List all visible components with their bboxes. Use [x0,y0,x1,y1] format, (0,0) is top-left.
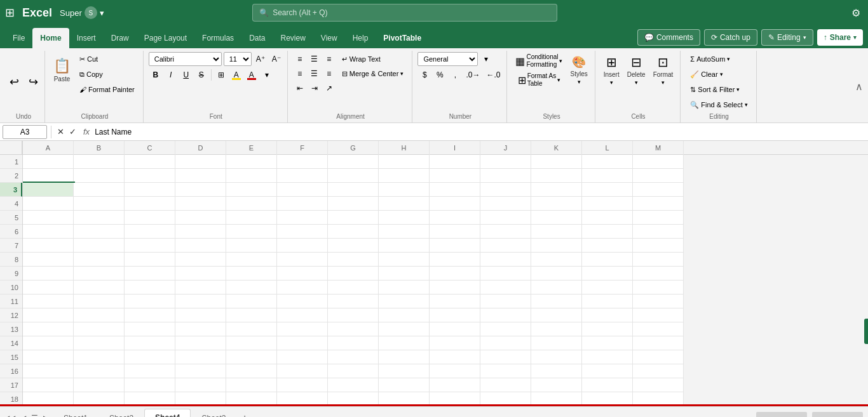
ribbon-collapse-button[interactable]: ∧ [853,51,865,122]
tab-draw[interactable]: Draw [104,28,137,48]
cell-g3[interactable] [328,183,379,197]
tab-view[interactable]: View [313,28,345,48]
decrease-decimal-button[interactable]: ←.0 [484,68,503,82]
nav-first-sheet-button[interactable]: ◀◀ [3,413,17,418]
cell-b1[interactable] [74,155,125,169]
tab-review[interactable]: Review [273,28,313,48]
catchup-button[interactable]: ⟳ Catch up [704,29,757,46]
tab-insert[interactable]: Insert [69,28,104,48]
row-7[interactable]: 7 [0,239,22,253]
tab-file[interactable]: File [5,28,32,48]
conditional-formatting-button[interactable]: ▦ ConditionalFormatting ▾ [512,52,566,70]
bold-button[interactable]: B [149,68,163,82]
align-middle-right-button[interactable]: ≡ [322,67,336,81]
cell-d2[interactable] [175,169,226,183]
align-middle-center-button[interactable]: ☰ [308,67,322,81]
cell-i3[interactable] [430,183,480,197]
align-top-right-button[interactable]: ≡ [322,52,336,66]
italic-button[interactable]: I [164,68,178,82]
chevron-down-icon[interactable]: ▾ [100,8,104,18]
cell-b3[interactable] [74,183,125,197]
cell-reference-input[interactable] [3,125,47,139]
font-color-button[interactable]: A [245,68,259,82]
format-table-button[interactable]: ⊞ Format AsTable ▾ [512,71,566,89]
row-11[interactable]: 11 [0,295,22,308]
tab-home[interactable]: Home [32,28,69,48]
clear-button[interactable]: 🧹 Clear ▾ [686,67,727,81]
cell-c3[interactable] [125,183,175,197]
app-grid-icon[interactable]: ⊞ [5,6,15,20]
editing-button[interactable]: ✎ Editing ▾ [761,29,813,46]
cell-e2[interactable] [226,169,277,183]
tab-data[interactable]: Data [241,28,273,48]
row-15[interactable]: 15 [0,350,22,364]
col-header-h[interactable]: H [379,141,430,155]
text-direction-button[interactable]: ↗ [322,81,336,95]
accounting-button[interactable]: $ [417,68,431,82]
row-10[interactable]: 10 [0,281,22,295]
sheet-tab-sheet4[interactable]: Sheet4 [144,409,191,418]
cell-d3[interactable] [175,183,226,197]
cell-f3[interactable] [277,183,328,197]
align-top-center-button[interactable]: ☰ [308,52,322,66]
col-header-j[interactable]: J [480,141,531,155]
increase-decimal-button[interactable]: .0→ [463,68,482,82]
cell-i1[interactable] [430,155,480,169]
paste-button[interactable]: 📋 Paste [50,52,74,88]
tab-formulas[interactable]: Formulas [194,28,241,48]
cell-b2[interactable] [74,169,125,183]
cell-j2[interactable] [480,169,531,183]
col-header-m[interactable]: M [633,141,684,155]
cell-l2[interactable] [582,169,633,183]
font-name-select[interactable]: Calibri [149,52,222,66]
cancel-formula-button[interactable]: ✕ [55,127,66,136]
cell-f2[interactable] [277,169,328,183]
redo-button[interactable]: ↪ [24,64,42,100]
sheet-tab-sheet2[interactable]: Sheet2 [191,409,236,418]
format-painter-button[interactable]: 🖌 Format Painter [75,83,139,96]
col-header-b[interactable]: B [74,141,125,155]
cut-button[interactable]: ✂ Cut [75,52,139,66]
search-box[interactable]: 🔍 Search (Alt + Q) [252,4,557,22]
tab-help[interactable]: Help [345,28,376,48]
fill-color-button[interactable]: A [229,68,243,82]
delete-button[interactable]: ⊟ Delete ▾ [624,52,649,88]
cell-f1[interactable] [277,155,328,169]
col-header-c[interactable]: C [125,141,175,155]
cell-e3[interactable] [226,183,277,197]
cell-g2[interactable] [328,169,379,183]
cell-a3[interactable] [23,183,74,197]
cell-d1[interactable] [175,155,226,169]
sort-filter-button[interactable]: ⇅ Sort & Filter ▾ [686,83,744,96]
confirm-formula-button[interactable]: ✓ [67,127,78,136]
formula-input[interactable] [95,128,865,136]
row-14[interactable]: 14 [0,336,22,350]
copy-button[interactable]: ⧉ Copy [75,67,139,81]
percent-button[interactable]: % [433,68,447,82]
col-header-e[interactable]: E [226,141,277,155]
tab-page-layout[interactable]: Page Layout [137,28,194,48]
undo-button[interactable]: ↩ [5,64,23,100]
row-12[interactable]: 12 [0,308,22,322]
add-sheet-button[interactable]: + [237,410,253,418]
col-header-f[interactable]: F [277,141,328,155]
cell-k3[interactable] [531,183,582,197]
share-button[interactable]: ↑ Share ▾ [817,29,863,46]
cell-k1[interactable] [531,155,582,169]
row-9[interactable]: 9 [0,267,22,281]
sheet-tab-sheet1[interactable]: Sheet1 [53,409,98,418]
row-5[interactable]: 5 [0,211,22,225]
cell-k2[interactable] [531,169,582,183]
cell-c2[interactable] [125,169,175,183]
align-indent-left-button[interactable]: ⇤ [293,81,307,95]
row-8[interactable]: 8 [0,253,22,267]
format-button[interactable]: ⊡ Format ▾ [650,52,677,88]
cell-g1[interactable] [328,155,379,169]
row-1[interactable]: 1 [0,155,22,169]
nav-next-sheet-button[interactable]: ▶ [42,413,50,418]
nav-sheet-list-button[interactable]: ☰ [30,413,39,418]
wrap-text-button[interactable]: ↵ Wrap Text [337,52,409,66]
comments-button[interactable]: 💬 Comments [637,29,700,46]
cell-c1[interactable] [125,155,175,169]
nav-prev-sheet-button[interactable]: ◀ [19,413,27,418]
